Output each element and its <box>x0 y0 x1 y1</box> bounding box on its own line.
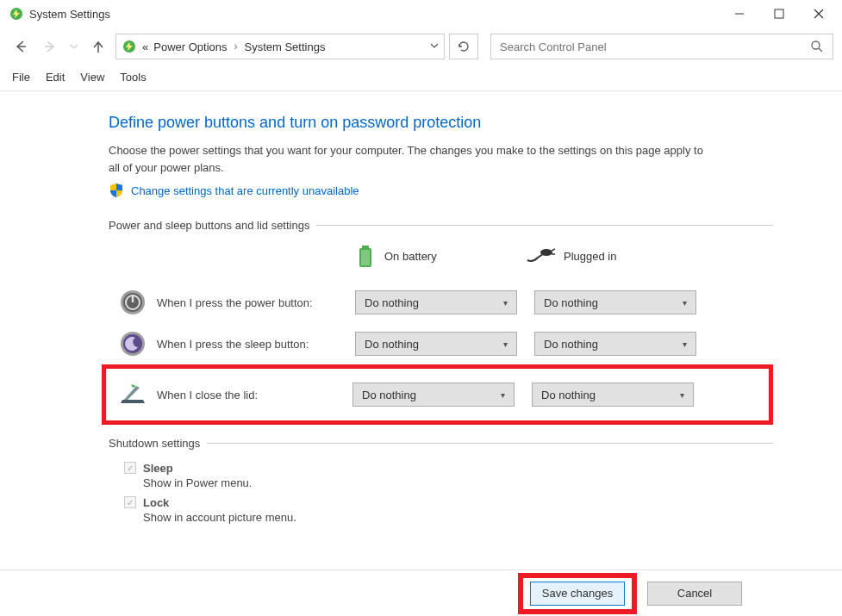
power-options-app-icon <box>9 6 24 22</box>
svg-rect-2 <box>775 9 783 18</box>
window-controls <box>720 0 839 28</box>
address-dropdown-icon[interactable] <box>430 41 439 52</box>
chevron-down-icon: ▾ <box>683 298 687 308</box>
titlebar: System Settings <box>0 0 842 28</box>
plug-icon <box>526 247 555 264</box>
up-button[interactable] <box>86 34 110 59</box>
chevron-down-icon: ▾ <box>501 390 505 400</box>
menu-edit[interactable]: Edit <box>46 71 65 84</box>
chevron-down-icon: ▾ <box>680 390 684 400</box>
column-battery: On battery <box>355 244 526 268</box>
cancel-button[interactable]: Cancel <box>647 582 742 606</box>
sleep-button-icon <box>119 330 147 358</box>
breadcrumb-item[interactable]: Power Options <box>153 40 227 53</box>
minimize-button[interactable] <box>720 0 759 28</box>
power-options-icon <box>122 39 137 54</box>
section-header-buttons: Power and sleep buttons and lid settings <box>109 219 773 232</box>
refresh-button[interactable] <box>449 34 478 59</box>
breadcrumb-item[interactable]: System Settings <box>245 40 326 53</box>
chevron-down-icon: ▾ <box>503 298 508 308</box>
laptop-lid-icon <box>119 381 147 408</box>
menu-file[interactable]: File <box>12 71 30 84</box>
battery-icon <box>355 244 376 268</box>
lock-checkbox-row: ✓ Lock <box>124 496 773 509</box>
row-close-lid: When I close the lid: Do nothing ▾ Do no… <box>102 364 773 425</box>
close-lid-plugged-select[interactable]: Do nothing ▾ <box>532 383 694 407</box>
save-button[interactable]: Save changes <box>530 582 625 606</box>
forward-button[interactable] <box>38 34 62 59</box>
column-headers: On battery Plugged in <box>109 244 773 268</box>
address-bar[interactable]: « Power Options › System Settings <box>115 34 445 59</box>
menu-bar: File Edit View Tools <box>0 65 842 91</box>
sleep-button-plugged-select[interactable]: Do nothing ▾ <box>534 332 696 356</box>
row-sleep-button: When I press the sleep button: Do nothin… <box>109 323 773 364</box>
chevron-down-icon: ▾ <box>503 339 508 349</box>
menu-tools[interactable]: Tools <box>120 71 146 84</box>
navigation-row: « Power Options › System Settings <box>0 28 842 65</box>
window-title: System Settings <box>29 8 110 21</box>
power-button-plugged-select[interactable]: Do nothing ▾ <box>534 290 696 314</box>
search-input[interactable] <box>500 40 810 53</box>
page-description: Choose the power settings that you want … <box>109 142 712 176</box>
close-lid-battery-select[interactable]: Do nothing ▾ <box>352 383 515 407</box>
sleep-button-battery-select[interactable]: Do nothing ▾ <box>355 332 517 356</box>
breadcrumb-separator: › <box>234 40 238 53</box>
recent-dropdown[interactable] <box>67 34 81 59</box>
maximize-button[interactable] <box>759 0 799 28</box>
menu-view[interactable]: View <box>80 71 104 84</box>
section-header-shutdown: Shutdown settings <box>109 437 773 450</box>
admin-link-text: Change settings that are currently unava… <box>131 184 359 197</box>
sleep-checkbox-row: ✓ Sleep <box>124 462 773 475</box>
svg-point-14 <box>540 249 552 256</box>
svg-point-9 <box>812 41 820 49</box>
admin-link[interactable]: Change settings that are currently unava… <box>109 183 773 198</box>
sleep-desc: Show in Power menu. <box>143 476 773 489</box>
footer: Save changes Cancel <box>0 569 842 616</box>
lock-checkbox[interactable]: ✓ <box>124 496 136 508</box>
power-button-icon <box>119 289 147 316</box>
breadcrumb-prefix: « <box>142 40 148 53</box>
back-button[interactable] <box>9 34 33 59</box>
lock-desc: Show in account picture menu. <box>143 511 773 524</box>
svg-rect-11 <box>362 246 369 248</box>
power-button-battery-select[interactable]: Do nothing ▾ <box>355 290 517 314</box>
search-icon[interactable] <box>810 40 824 53</box>
svg-line-10 <box>819 48 822 52</box>
page-title: Define power buttons and turn on passwor… <box>109 114 773 132</box>
save-highlight: Save changes <box>518 573 637 614</box>
row-power-button: When I press the power button: Do nothin… <box>109 282 773 323</box>
chevron-down-icon: ▾ <box>683 339 687 349</box>
search-box[interactable] <box>490 34 833 59</box>
svg-rect-13 <box>361 250 370 265</box>
svg-line-15 <box>552 249 555 251</box>
shield-icon <box>109 183 124 198</box>
content-area: Define power buttons and turn on passwor… <box>0 91 842 548</box>
sleep-checkbox[interactable]: ✓ <box>124 462 136 474</box>
close-button[interactable] <box>799 0 839 28</box>
column-plugged: Plugged in <box>526 244 696 268</box>
